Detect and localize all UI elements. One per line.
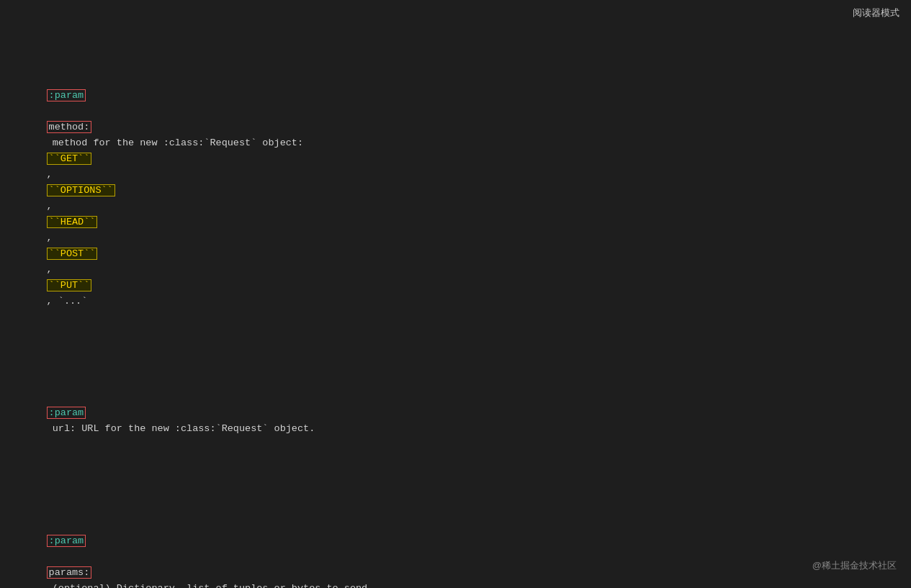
method-options: ``OPTIONS`` (47, 184, 115, 196)
param-params-line: :param params: (optional) Dictionary, li… (12, 517, 899, 588)
param-tag-url: :param (47, 407, 86, 419)
param-method-desc: method for the new :class:`Request` obje… (47, 137, 310, 148)
reader-mode-label: 阅读器模式 (853, 6, 899, 21)
param-method-space (47, 106, 53, 117)
method-get: ``GET`` (47, 153, 92, 165)
param-method-line: :param method: method for the new :class… (12, 72, 899, 325)
watermark-label: @稀土掘金技术社区 (812, 558, 897, 574)
param-method-name: method: (47, 121, 92, 133)
param-params-name: params: (47, 566, 92, 579)
method-head: ``HEAD`` (47, 216, 98, 228)
param-tag-method: :param (47, 89, 86, 101)
main-container: 阅读器模式 :param method: method for the new … (0, 0, 911, 588)
method-post: ``POST`` (47, 248, 98, 260)
param-url-line: :param url: URL for the new :class:`Requ… (12, 389, 899, 453)
param-tag-params: :param (47, 535, 86, 547)
method-put: ``PUT`` (47, 279, 92, 291)
code-documentation: :param method: method for the new :class… (12, 7, 899, 588)
